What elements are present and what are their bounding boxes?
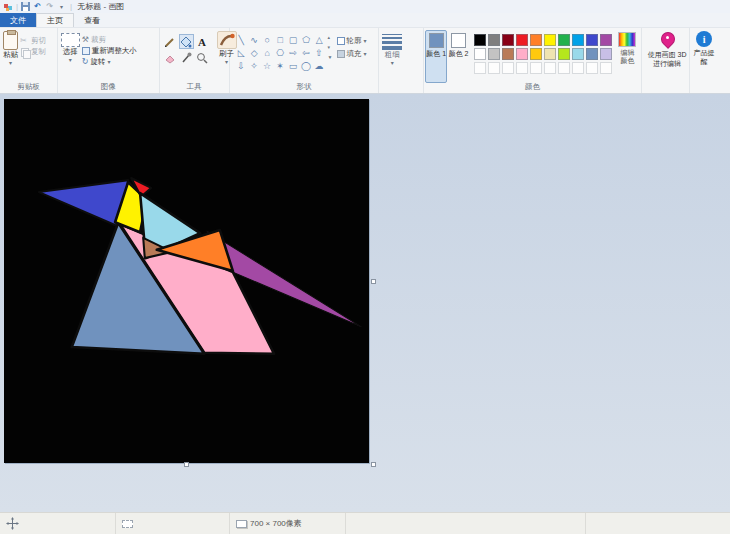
cut-button[interactable]: 剪切 (20, 35, 46, 46)
canvas-resize-handle-bottom[interactable] (184, 462, 189, 467)
select-button[interactable]: 选择 ▾ (59, 30, 82, 83)
chevron-down-icon: ▾ (364, 38, 367, 44)
shape-right-triangle-icon[interactable]: ◺ (235, 46, 248, 59)
size-button[interactable]: 粗细 ▾ (380, 30, 404, 83)
edit-colors-button[interactable]: 编辑颜色 (615, 30, 640, 83)
shape-five-point-star-icon[interactable]: ☆ (261, 59, 274, 72)
palette-empty-slot[interactable] (558, 62, 570, 74)
shape-line-icon[interactable]: ╲ (235, 33, 248, 46)
palette-swatch[interactable] (544, 34, 556, 46)
shape-rounded-callout-icon[interactable]: ▭ (287, 59, 300, 72)
shapes-grid: ╲∿○□▢⬠△◺◇⌂⎔⇨⇦⇧⇩✧☆✶▭◯☁ (235, 33, 326, 83)
palette-swatch[interactable] (544, 48, 556, 60)
rotate-button[interactable]: 旋转 ▾ (82, 56, 137, 67)
palette-swatch[interactable] (600, 34, 612, 46)
palette-swatch[interactable] (530, 48, 542, 60)
shapes-scroll-down-icon[interactable]: ▾ (328, 44, 333, 50)
palette-swatch[interactable] (488, 48, 500, 60)
group-tools: A 刷子 ▾ 工具 (160, 28, 230, 93)
edit-colors-icon (618, 32, 636, 47)
shape-down-arrow-icon[interactable]: ⇩ (235, 59, 248, 72)
qat-dropdown-icon[interactable]: ▾ (56, 2, 67, 12)
palette-swatch[interactable] (516, 48, 528, 60)
palette-swatch[interactable] (474, 48, 486, 60)
crop-button[interactable]: 裁剪 (82, 34, 137, 45)
canvas-resize-handle-corner[interactable] (371, 462, 376, 467)
undo-button[interactable]: ↶ (32, 2, 43, 12)
copy-button[interactable]: 复制 (20, 46, 46, 57)
shape-up-arrow-icon[interactable]: ⇧ (313, 46, 326, 59)
palette-swatch[interactable] (530, 34, 542, 46)
resize-button[interactable]: 重新调整大小 (82, 45, 137, 56)
canvas-resize-handle-right[interactable] (371, 279, 376, 284)
shape-pentagon-icon[interactable]: ⌂ (261, 46, 274, 59)
shapes-more-icon[interactable]: ▼ (328, 54, 333, 60)
shape-right-arrow-icon[interactable]: ⇨ (287, 46, 300, 59)
shape-curve-icon[interactable]: ∿ (248, 33, 261, 46)
palette-empty-slot[interactable] (516, 62, 528, 74)
color2-button[interactable]: 颜色 2 (447, 30, 469, 83)
palette-swatch[interactable] (558, 48, 570, 60)
palette-empty-slot[interactable] (600, 62, 612, 74)
shape-left-arrow-icon[interactable]: ⇦ (300, 46, 313, 59)
paste-button[interactable]: 粘贴 ▾ (1, 30, 20, 83)
text-tool-button[interactable]: A (195, 34, 210, 49)
palette-swatch[interactable] (586, 48, 598, 60)
edit-with-paint3d-button[interactable]: 使用画图 3D 进行编辑 (643, 30, 691, 83)
paint3d-icon (659, 31, 675, 49)
redo-button[interactable]: ↷ (44, 2, 55, 12)
outline-button[interactable]: 轮廓 ▾ (337, 36, 367, 46)
palette-swatch[interactable] (572, 48, 584, 60)
shape-diamond-icon[interactable]: ◇ (248, 46, 261, 59)
palette-swatch[interactable] (502, 34, 514, 46)
palette-swatch[interactable] (474, 34, 486, 46)
magnifier-icon (196, 52, 208, 64)
shape-hexagon-icon[interactable]: ⎔ (274, 46, 287, 59)
tab-home[interactable]: 主页 (36, 13, 74, 27)
shape-polygon-icon[interactable]: ⬠ (300, 33, 313, 46)
shape-cloud-callout-icon[interactable]: ☁ (313, 59, 326, 72)
save-button[interactable] (20, 2, 31, 12)
color-palette (474, 34, 613, 83)
eraser-tool-button[interactable] (163, 50, 178, 65)
drawing-canvas[interactable] (4, 99, 369, 463)
shape-rounded-rectangle-icon[interactable]: ▢ (287, 33, 300, 46)
shape-oval-callout-icon[interactable]: ◯ (300, 59, 313, 72)
group-shapes: ╲∿○□▢⬠△◺◇⌂⎔⇨⇦⇧⇩✧☆✶▭◯☁ ▴ ▾ ▼ 轮廓 ▾ 填充 ▾ 形状 (230, 28, 380, 93)
fill-button[interactable]: 填充 ▾ (337, 49, 367, 59)
shape-rectangle-icon[interactable]: □ (274, 33, 287, 46)
product-alerts-button[interactable]: i 产品提醒 (691, 30, 717, 83)
magnifier-tool-button[interactable] (195, 50, 210, 65)
palette-empty-slot[interactable] (502, 62, 514, 74)
palette-empty-slot[interactable] (474, 62, 486, 74)
shapes-scroll-up-icon[interactable]: ▴ (328, 34, 333, 40)
palette-empty-slot[interactable] (530, 62, 542, 74)
palette-empty-slot[interactable] (488, 62, 500, 74)
separator: | (16, 2, 18, 11)
palette-swatch[interactable] (558, 34, 570, 46)
shape-oval-icon[interactable]: ○ (261, 33, 274, 46)
color1-button[interactable]: 颜色 1 (425, 30, 447, 83)
palette-swatch[interactable] (502, 48, 514, 60)
palette-empty-slot[interactable] (586, 62, 598, 74)
color-picker-tool-button[interactable] (179, 50, 194, 65)
palette-empty-slot[interactable] (572, 62, 584, 74)
line-thickness-icon (382, 34, 402, 50)
palette-swatch[interactable] (586, 34, 598, 46)
pencil-tool-button[interactable] (163, 34, 178, 49)
shape-triangle-icon[interactable]: △ (313, 33, 326, 46)
chevron-down-icon: ▾ (391, 60, 394, 66)
fill-tool-button[interactable] (179, 34, 194, 49)
group-label-colors: 颜色 (424, 82, 641, 92)
palette-swatch[interactable] (488, 34, 500, 46)
tab-file[interactable]: 文件 (0, 13, 36, 27)
palette-swatch[interactable] (572, 34, 584, 46)
palette-swatch[interactable] (516, 34, 528, 46)
shape-four-point-star-icon[interactable]: ✧ (248, 59, 261, 72)
color1-swatch (429, 33, 444, 48)
shape-six-point-star-icon[interactable]: ✶ (274, 59, 287, 72)
tab-view[interactable]: 查看 (74, 13, 110, 27)
chevron-down-icon: ▾ (108, 59, 111, 65)
palette-swatch[interactable] (600, 48, 612, 60)
palette-empty-slot[interactable] (544, 62, 556, 74)
